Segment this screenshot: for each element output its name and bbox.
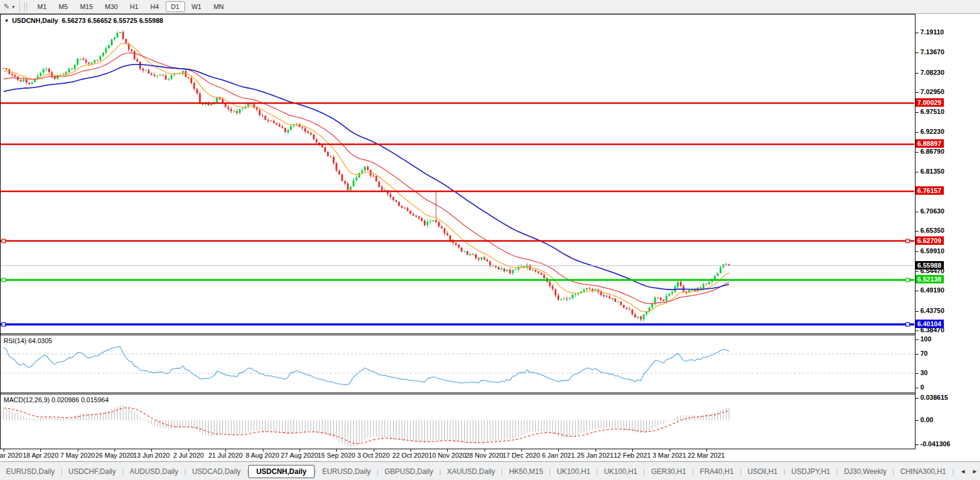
chart-tab-usdcnh-daily[interactable]: USDCNH,Daily [248,465,314,478]
chart-tab-xauusd-daily[interactable]: XAUUSD,Daily [441,466,501,478]
chart-tab-eurusd-daily[interactable]: EURUSD,Daily [0,466,61,478]
price-tick-dash [916,52,919,53]
macd-tick: 0.038615 [920,394,948,401]
chart-tab-usdchf-daily[interactable]: USDCHF,Daily [63,466,122,478]
chart-tab-hk50-m15[interactable]: HK50,M15 [503,466,549,478]
date-tick-label: 25 Jan 2021 [577,452,614,459]
level-price-label: 6.40104 [916,320,944,328]
date-tick-label: 3 Oct 2020 [357,452,390,459]
chart-symbol-period: USDCNH,Daily [12,17,58,24]
price-tick: 7.19110 [920,28,944,36]
chart-tab-eurusd-daily[interactable]: EURUSD,Daily [316,466,377,478]
rsi-tick-dash [916,354,919,355]
toolbar-grip[interactable] [24,2,27,11]
price-tick: 6.70630 [920,207,944,215]
price-tick: 7.13670 [920,48,944,55]
timeframe-button-h4[interactable]: H4 [145,1,165,12]
collapse-triangle-icon[interactable]: ▼ [4,18,9,24]
chart-tab-ger30-h1[interactable]: GER30,H1 [645,466,692,478]
date-tick-label: 31 Mar 2020 [0,452,22,459]
timeframe-button-m1[interactable]: M1 [32,1,52,12]
price-tick-dash [916,231,919,232]
timeframe-button-mn[interactable]: MN [208,1,229,12]
date-tick-label: 28 Nov 2020 [465,452,503,459]
macd-bottom-border [0,449,980,449]
chart-tab-usdjpy-h1[interactable]: USDJPY,H1 [785,466,836,478]
price-tick: 6.81350 [920,168,944,175]
rsi-tick: 0 [920,384,924,391]
price-tick: 6.97510 [920,108,944,115]
price-chart-canvas[interactable] [0,14,915,333]
chart-tool-button[interactable]: ✎ ▾ [0,2,18,11]
macd-tick-dash [916,420,919,421]
rsi-tick-dash [916,339,919,340]
date-tick-label: 12 Feb 2021 [614,452,651,459]
macd-indicator-canvas[interactable] [0,394,915,449]
chart-tab-uk100-h1[interactable]: UK100,H1 [551,466,596,478]
tab-scroll-left-icon[interactable]: ◄ [960,468,966,475]
timeframe-button-m5[interactable]: M5 [53,1,73,12]
tab-separator: | [952,468,954,475]
price-tick-dash [916,271,919,272]
chart-tab-fra40-h1[interactable]: FRA40,H1 [694,466,740,478]
price-tick-dash [916,73,919,74]
date-tick-label: 18 Apr 2020 [23,452,58,459]
rsi-indicator-canvas[interactable] [0,335,915,393]
price-tick: 6.43750 [920,307,944,314]
timeframe-button-d1[interactable]: D1 [166,1,185,12]
level-price-label: 6.88897 [916,139,944,148]
timeframe-buttons: M1M5M15M30H1H4D1W1MN [31,0,230,13]
mt4-window: ✎ ▾ M1M5M15M30H1H4D1W1MN ▼USDCNH,Daily 6… [0,0,980,480]
chart-tab-usoil-h1[interactable]: USOil,H1 [741,466,784,478]
timeframe-button-w1[interactable]: W1 [186,1,207,12]
macd-tick-dash [916,398,919,399]
chart-tab-china300-h1[interactable]: CHINA300,H1 [894,466,952,478]
date-tick-label: 21 Jul 2020 [209,452,243,459]
price-tick-dash [916,311,919,312]
tab-scroll-right-icon[interactable]: ► [972,468,978,475]
chart-tab-gbpusd-daily[interactable]: GBPUSD,Daily [378,466,439,478]
macd-label: MACD(12,26,9) 0.020986 0.015964 [4,396,108,403]
rsi-tick-dash [916,388,919,388]
timeframe-button-m30[interactable]: M30 [99,1,123,12]
chevron-down-icon: ▾ [12,4,14,10]
price-tick-dash [916,251,919,252]
price-axis[interactable]: 7.191107.136707.082307.029506.975106.922… [916,14,980,449]
date-axis[interactable]: 31 Mar 202018 Apr 20207 May 202026 May 2… [0,449,980,461]
date-tick-label: 15 Sep 2020 [318,452,355,459]
date-tick-label: 22 Oct 2020 [392,452,429,459]
level-price-label: 7.00029 [916,98,944,107]
chart-left-border [0,14,1,449]
current-price-label: 6.55988 [916,261,944,270]
date-tick-label: 6 Jan 2021 [542,452,574,459]
rsi-tick-dash [916,373,919,374]
rsi-tick: 100 [920,335,931,343]
rsi-tick: 30 [920,369,928,376]
rsi-macd-splitter[interactable] [0,393,980,393]
chart-tab-uk100-h1[interactable]: UK100,H1 [598,466,643,478]
price-tick: 7.02950 [920,88,944,95]
date-tick-label: 2 Jul 2020 [173,452,204,459]
timeframe-button-m15[interactable]: M15 [75,1,98,12]
chart-tab-audusd-daily[interactable]: AUDUSD,Daily [124,466,184,478]
toolbar-separator [19,1,20,12]
macd-tick: -0.041306 [920,440,950,447]
rsi-label: RSI(14) 64.0305 [4,337,52,344]
price-tick: 6.86790 [920,148,944,155]
price-tick: 7.08230 [920,69,944,76]
date-tick-label: 7 May 2020 [60,452,95,459]
macd-top-border [0,394,980,394]
chart-tab-dj30-weekly[interactable]: DJ30,Weekly [838,466,892,478]
price-tick: 6.65350 [920,227,944,234]
price-tick: 6.92230 [920,128,944,135]
timeframe-button-h1[interactable]: H1 [124,1,143,12]
chart-tab-usdcad-daily[interactable]: USDCAD,Daily [186,466,247,478]
chart-title: ▼USDCNH,Daily 6.56273 6.56652 6.55725 6.… [4,17,163,24]
rsi-tick: 70 [920,350,928,357]
date-tick-label: 17 Dec 2020 [503,452,540,459]
date-tick-label: 27 Aug 2020 [281,452,318,459]
chart-rsi-splitter[interactable] [0,333,980,334]
price-tick-dash [916,291,919,291]
price-tick-dash [916,212,919,212]
date-tick-label: 26 May 2020 [95,452,134,459]
